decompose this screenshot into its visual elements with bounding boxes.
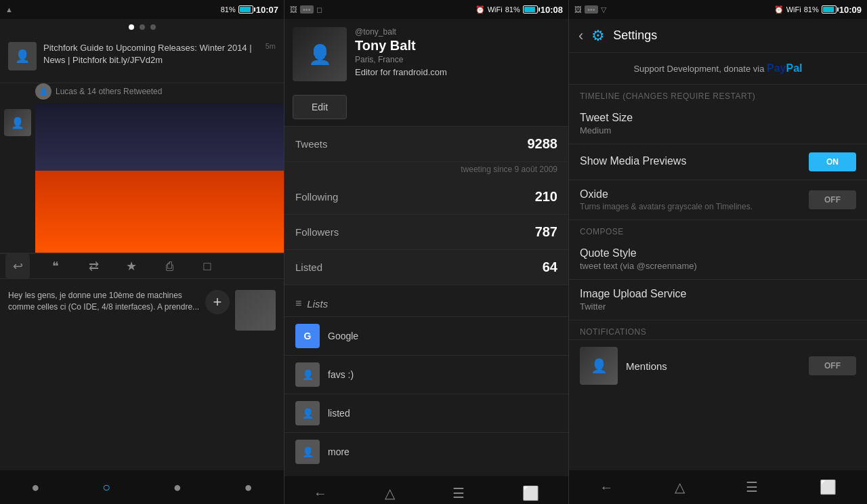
list-google-name: Google [328,331,358,341]
tweet-size-row[interactable]: Tweet Size Medium [569,104,867,144]
status-bar-1: ▲ 81% 10:07 [0,0,284,19]
nav-dot-1[interactable]: ● [31,480,39,495]
following-stat-row[interactable]: Following 210 [284,180,568,215]
clock-icon: ⏰ [475,5,485,14]
retweet-button[interactable]: ⇄ [81,254,106,278]
quote-style-label: Quote Style [580,247,856,259]
compose-section-label: COMPOSE [569,220,867,239]
mentions-toggle[interactable]: OFF [809,356,856,375]
battery-fill-1 [240,7,251,12]
lists-section: ≡ Lists G Google 👤 favs :) 👤 listed 👤 mo… [284,285,568,476]
nav-recent-2[interactable]: ⬜ [522,485,539,501]
bottom-nav-1: ● ○ ● ● [0,470,284,504]
image-icon-3: 🖼 [574,5,582,14]
image-upload-value: Twitter [580,301,856,312]
nav-menu-3[interactable]: ☰ [746,479,758,495]
quote-style-value: tweet text (via @screenname) [580,261,856,271]
battery-fill-2 [524,7,535,12]
battery-icon-1 [238,5,253,14]
nav-dot-3[interactable]: ● [245,480,253,495]
tweet-size-value: Medium [580,125,856,135]
nav-home-3[interactable]: △ [675,479,685,495]
paypal-text: Support Development, donate via [633,64,764,74]
share-button[interactable]: ⎙ [157,254,182,278]
status-bar-3: 🖼 ••• ▽ ⏰ WiFi 81% 10:09 [569,0,867,19]
nav-home-2[interactable]: △ [385,485,395,501]
favorite-button[interactable]: ★ [119,254,144,278]
nav-dot-2[interactable]: ● [173,480,182,495]
settings-header: ‹ ⚙ Settings [569,19,867,53]
status-icons-left: ▲ [5,5,13,14]
nav-back-3[interactable]: ← [599,480,613,495]
compose-add-button[interactable]: + [205,290,230,314]
image-upload-row[interactable]: Image Upload Service Twitter [569,280,867,320]
following-count: 210 [535,189,557,205]
oxide-toggle[interactable]: OFF [809,190,856,209]
edit-profile-button[interactable]: Edit [293,95,347,119]
list-more-avatar: 👤 [295,440,320,464]
dot-1[interactable] [129,24,134,30]
listed-label: Listed [295,261,322,273]
list-item-listed[interactable]: 👤 listed [284,394,568,432]
reply-button[interactable]: ↩ [5,254,30,278]
battery-fill-3 [823,7,834,12]
tweet-2-body: 👤 [0,104,284,253]
tweet-1-avatar: 👤 [8,42,37,70]
listed-stat-row[interactable]: Listed 64 [284,250,568,285]
profile-location: Paris, France [355,55,560,64]
more-icon-3: ••• [585,5,598,14]
stats-section: Tweets 9288 tweeting since 9 août 2009 F… [284,126,568,285]
list-item-google[interactable]: G Google [284,316,568,355]
nav-home[interactable]: ○ [102,480,110,495]
list-favs-name: favs :) [328,369,354,380]
oxide-description: Turns images & avatars grayscale on Time… [580,202,809,211]
listed-count: 64 [543,259,557,275]
followers-stat-row[interactable]: Followers 787 [284,215,568,250]
quote-button[interactable]: ❝ [43,254,68,278]
following-label: Following [295,191,338,203]
mentions-row: 👤 Mentions OFF [569,339,867,392]
profile-avatar: 👤 [293,27,347,81]
profile-bio: Editor for frandroid.com [355,67,560,77]
more-button[interactable]: □ [195,254,219,278]
settings-panel: 🖼 ••• ▽ ⏰ WiFi 81% 10:09 ‹ ⚙ Settings Su… [569,0,867,504]
followers-label: Followers [295,226,339,238]
nav-menu-2[interactable]: ☰ [452,485,465,501]
show-media-toggle[interactable]: ON [809,152,856,171]
quote-style-info: Quote Style tweet text (via @screenname) [580,247,856,271]
tweet-2: 👤 [0,104,284,253]
oxide-row[interactable]: Oxide Turns images & avatars grayscale o… [569,180,867,220]
show-media-info: Show Media Previews [580,155,809,169]
battery-icon-3 [822,5,837,14]
retweeter-avatar-placeholder: 👤 [35,83,51,100]
signal-icon: ▲ [5,5,13,14]
settings-gear-icon: ⚙ [591,27,605,45]
nav-recent-3[interactable]: ⬜ [820,479,837,495]
profile-name: Tony Balt [355,38,560,54]
tweeting-since: tweeting since 9 août 2009 [284,162,568,180]
paypal-banner[interactable]: Support Development, donate via PayPal [569,53,867,85]
list-icon: ≡ [295,297,301,310]
tweet-1-text: Pitchfork Guide to Upcoming Releases: Wi… [43,42,259,66]
tweet-actions[interactable]: ↩ ❝ ⇄ ★ ⎙ □ [0,253,284,279]
image-icon: 🖼 [290,5,297,14]
page-dots [0,19,284,35]
quote-style-row[interactable]: Quote Style tweet text (via @screenname) [569,239,867,280]
oxide-info: Oxide Turns images & avatars grayscale o… [580,188,809,211]
nav-back-2[interactable]: ← [314,486,327,501]
profile-handle: @tony_balt [355,27,560,37]
battery-icon-2 [523,5,538,14]
list-item-more[interactable]: 👤 more [284,432,568,471]
tweet-2-image [35,104,284,253]
settings-back-button[interactable]: ‹ [578,27,583,45]
followers-count: 787 [535,224,557,240]
show-media-row[interactable]: Show Media Previews ON [569,144,867,180]
dot-2[interactable] [140,24,145,30]
status-bar-2: 🖼 ••• ◻ ⏰ WiFi 81% 10:08 [284,0,568,19]
dot-3[interactable] [150,24,156,30]
list-favs-avatar: 👤 [295,362,320,387]
image-surface [35,163,284,253]
list-item-favs[interactable]: 👤 favs :) [284,355,568,394]
image-background [35,104,284,171]
tweet-1-body: Pitchfork Guide to Upcoming Releases: Wi… [43,42,259,66]
